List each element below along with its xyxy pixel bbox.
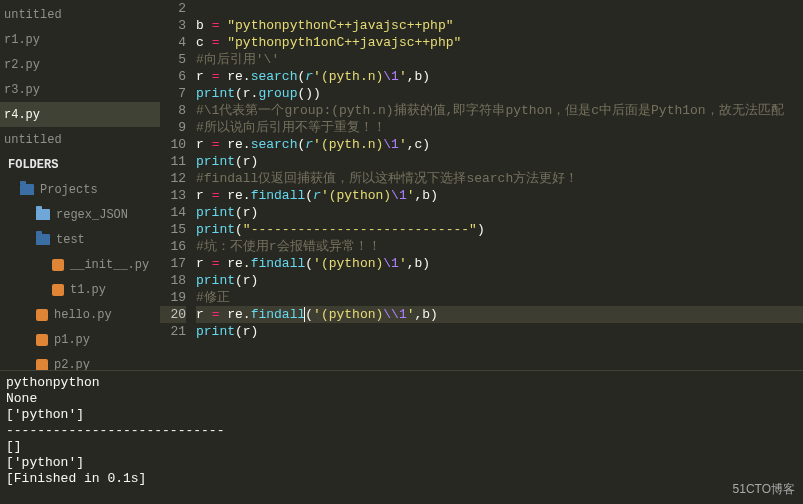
tree-file[interactable]: p1.py	[0, 327, 160, 352]
code-line[interactable]: r = re.findall(r'(python)\1',b)	[196, 187, 803, 204]
tree-file[interactable]: p2.py	[0, 352, 160, 370]
folders-header: FOLDERS	[0, 152, 160, 177]
code-line[interactable]	[196, 0, 803, 17]
code-line[interactable]: b = "pythonpythonC++javajsc++php"	[196, 17, 803, 34]
code-line[interactable]: #\1代表第一个group:(pyth.n)捕获的值,即字符串python，但是…	[196, 102, 803, 119]
open-file[interactable]: untitled	[0, 2, 160, 27]
code-line[interactable]: r = re.findall('(python)\1',b)	[196, 255, 803, 272]
code-line[interactable]: #所以说向后引用不等于重复！！	[196, 119, 803, 136]
code-line[interactable]: print("----------------------------")	[196, 221, 803, 238]
editor[interactable]: 23456789101112131415161718192021 b = "py…	[160, 0, 803, 370]
code-area[interactable]: b = "pythonpythonC++javajsc++php"c = "py…	[196, 0, 803, 370]
folder-icon	[36, 209, 50, 220]
folder-projects[interactable]: Projects	[0, 177, 160, 202]
code-line[interactable]: print(r)	[196, 153, 803, 170]
sidebar: untitled r1.py r2.py r3.py r4.py untitle…	[0, 0, 160, 370]
code-line[interactable]: print(r)	[196, 204, 803, 221]
folder-open-icon	[36, 234, 50, 245]
code-line[interactable]: #findall仅返回捕获值，所以这种情况下选择search方法更好！	[196, 170, 803, 187]
folder-item[interactable]: test	[0, 227, 160, 252]
open-file[interactable]: r1.py	[0, 27, 160, 52]
code-line[interactable]: print(r.group())	[196, 85, 803, 102]
folder-item[interactable]: regex_JSON	[0, 202, 160, 227]
open-file[interactable]: r2.py	[0, 52, 160, 77]
tree-file[interactable]: t1.py	[0, 277, 160, 302]
tree-file[interactable]: hello.py	[0, 302, 160, 327]
code-line[interactable]: r = re.search(r'(pyth.n)\1',c)	[196, 136, 803, 153]
code-line[interactable]: #向后引用'\'	[196, 51, 803, 68]
code-line[interactable]: #坑：不使用r会报错或异常！！	[196, 238, 803, 255]
folder-open-icon	[20, 184, 34, 195]
tree-file[interactable]: __init__.py	[0, 252, 160, 277]
line-numbers: 23456789101112131415161718192021	[160, 0, 196, 370]
code-line[interactable]: print(r)	[196, 272, 803, 289]
code-line[interactable]: #修正	[196, 289, 803, 306]
open-file[interactable]: untitled	[0, 127, 160, 152]
python-icon	[52, 284, 64, 296]
python-icon	[52, 259, 64, 271]
python-icon	[36, 334, 48, 346]
code-line[interactable]: r = re.findall('(python)\\1',b)	[196, 306, 803, 323]
output-terminal[interactable]: pythonpython None ['python'] -----------…	[0, 370, 803, 504]
python-icon	[36, 359, 48, 371]
code-line[interactable]: c = "pythonpyth1onC++javajsc++php"	[196, 34, 803, 51]
python-icon	[36, 309, 48, 321]
code-line[interactable]: r = re.search(r'(pyth.n)\1',b)	[196, 68, 803, 85]
open-file-active[interactable]: r4.py	[0, 102, 160, 127]
code-line[interactable]: print(r)	[196, 323, 803, 340]
watermark: 51CTO博客	[733, 481, 795, 498]
open-file[interactable]: r3.py	[0, 77, 160, 102]
